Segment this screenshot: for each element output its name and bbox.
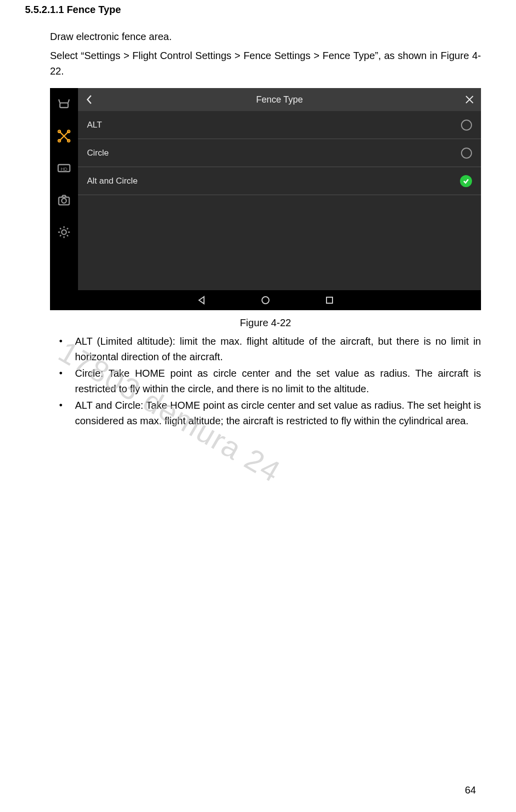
option-row-circle[interactable]: Circle: [78, 139, 481, 167]
bullet-list: ALT (Limited altitude): limit the max. f…: [59, 334, 481, 429]
svg-point-8: [62, 199, 66, 203]
radio-unselected-icon: [461, 148, 472, 159]
back-button[interactable]: [78, 88, 101, 111]
drone-icon: [57, 129, 71, 143]
svg-text:HD: HD: [60, 167, 68, 172]
screen-title: Fence Type: [256, 95, 303, 105]
close-icon: [465, 95, 474, 104]
gear-icon: [57, 225, 71, 239]
figure-caption: Figure 4-22: [50, 317, 481, 329]
list-item: ALT (Limited altitude): limit the max. f…: [59, 334, 481, 365]
option-label: Circle: [87, 148, 108, 158]
section-heading: 5.5.2.1.1 Fence Type: [25, 4, 481, 16]
option-row-alt-and-circle[interactable]: Alt and Circle: [78, 167, 481, 195]
option-label: Alt and Circle: [87, 176, 138, 186]
chevron-left-icon: [86, 95, 93, 105]
close-button[interactable]: [458, 88, 481, 111]
svg-rect-0: [60, 103, 68, 108]
figure-container: HD Fence Type: [50, 88, 481, 329]
empty-area: [78, 195, 481, 290]
list-item: Circle: Take HOME point as circle center…: [59, 366, 481, 397]
android-navbar: [50, 290, 481, 310]
radio-unselected-icon: [461, 120, 472, 131]
remote-icon: [57, 97, 71, 111]
radio-selected-icon: [460, 175, 472, 187]
nav-recent-icon[interactable]: [325, 296, 334, 305]
nav-instruction: Select “Settings > Flight Control Settin…: [50, 48, 481, 79]
list-item: ALT and Circle: Take HOME point as circl…: [59, 398, 481, 429]
svg-rect-11: [326, 297, 332, 303]
option-row-alt[interactable]: ALT: [78, 111, 481, 139]
options-list: ALT Circle Alt and Circle: [78, 111, 481, 195]
camera-icon: [57, 193, 71, 207]
page-number: 64: [465, 784, 476, 796]
option-label: ALT: [87, 120, 102, 130]
nav-back-icon[interactable]: [197, 296, 206, 305]
hd-icon: HD: [57, 161, 71, 175]
svg-point-9: [62, 230, 66, 234]
nav-home-icon[interactable]: [261, 296, 270, 305]
titlebar: Fence Type: [78, 88, 481, 111]
intro-text: Draw electronic fence area.: [50, 30, 481, 44]
svg-point-10: [262, 297, 269, 304]
app-sidebar: HD: [50, 88, 78, 290]
app-screenshot: HD Fence Type: [50, 88, 481, 310]
